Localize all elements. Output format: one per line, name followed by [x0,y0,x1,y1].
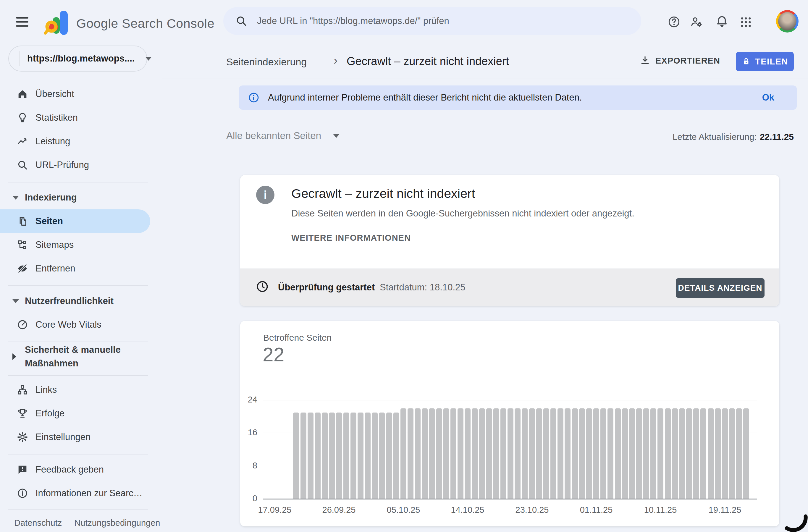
bar[interactable] [386,412,392,499]
bar[interactable] [508,408,513,499]
bar[interactable] [443,408,449,499]
bar[interactable] [372,412,378,499]
x-axis-tick-label: 23.10.25 [506,505,559,515]
y-axis-tick-label: 0 [225,494,257,503]
bar[interactable] [436,408,442,499]
bar[interactable] [515,408,520,499]
bar[interactable] [708,408,714,499]
bar[interactable] [401,408,406,499]
bar[interactable] [407,408,414,499]
bar[interactable] [693,408,699,499]
x-axis-tick-label: 19.11.25 [698,505,752,515]
bar[interactable] [550,408,556,499]
bar[interactable] [579,408,585,499]
bar[interactable] [343,412,349,499]
bar[interactable] [536,408,542,499]
bar[interactable] [636,408,642,499]
bar[interactable] [715,408,721,499]
y-axis-tick-label: 16 [225,428,257,437]
y-axis-tick-label: 24 [225,395,257,405]
bar[interactable] [357,412,364,499]
bar[interactable] [300,412,307,499]
bar[interactable] [593,408,599,499]
bar[interactable] [600,408,606,499]
bar[interactable] [672,408,678,499]
bar[interactable] [493,408,499,499]
bar[interactable] [615,408,621,499]
bar[interactable] [565,408,570,499]
bar[interactable] [622,408,628,499]
bar[interactable] [429,408,435,499]
bar[interactable] [572,408,578,499]
bar[interactable] [736,408,742,499]
bar[interactable] [350,412,356,499]
x-axis-tick-label: 17.09.25 [248,505,301,515]
bar[interactable] [522,408,528,499]
bar[interactable] [293,412,299,499]
bar[interactable] [643,408,649,499]
bar[interactable] [365,412,371,499]
bar[interactable] [472,408,478,499]
bar[interactable] [465,408,471,499]
bar[interactable] [650,408,656,499]
bar[interactable] [322,412,328,499]
bar[interactable] [422,408,428,499]
bar[interactable] [393,412,399,499]
bar[interactable] [679,408,685,499]
bar[interactable] [629,408,635,499]
bar[interactable] [607,408,613,499]
bar[interactable] [315,412,320,499]
bar[interactable] [529,408,535,499]
bar[interactable] [336,412,342,499]
bar[interactable] [665,408,671,499]
bar[interactable] [379,412,385,499]
bar[interactable] [686,408,692,499]
bar[interactable] [308,412,313,499]
x-axis-tick-label: 26.09.25 [312,505,366,515]
loading-arc-artifact [783,514,808,532]
gridline [263,400,757,400]
x-axis-line [263,499,757,499]
bar[interactable] [415,408,421,499]
bar[interactable] [451,408,456,499]
x-axis-tick-label: 14.10.25 [441,505,494,515]
bar[interactable] [479,408,485,499]
bar[interactable] [557,408,564,499]
bar[interactable] [500,408,506,499]
bar[interactable] [729,408,735,499]
bar[interactable] [722,408,728,499]
x-axis-tick-label: 10.11.25 [634,505,687,515]
y-axis-tick-label: 8 [225,461,257,471]
affected-pages-chart: 08162417.09.2526.09.2505.10.2514.10.2523… [0,0,808,532]
bar[interactable] [658,408,663,499]
bar[interactable] [586,408,592,499]
bar[interactable] [486,408,492,499]
bar[interactable] [543,408,549,499]
bar[interactable] [700,408,706,499]
bar[interactable] [329,412,335,499]
x-axis-tick-label: 01.11.25 [570,505,623,515]
bar[interactable] [458,408,463,499]
google-search-console-app: Google Search Console https://blog.metaw… [0,0,808,532]
x-axis-tick-label: 05.10.25 [377,505,430,515]
bar[interactable] [743,408,749,499]
